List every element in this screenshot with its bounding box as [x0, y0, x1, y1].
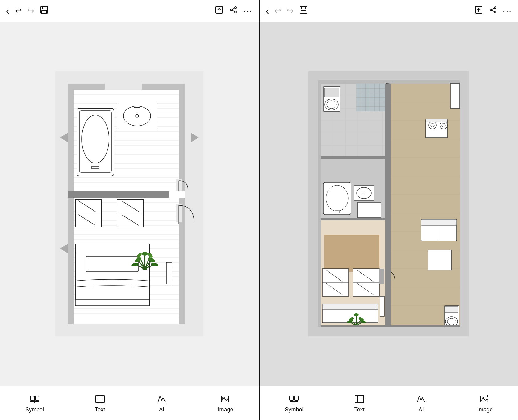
- right-bottom-bar: Symbol Text AI: [260, 386, 518, 420]
- share-button[interactable]: [229, 6, 238, 16]
- svg-point-127: [494, 7, 496, 9]
- svg-rect-184: [421, 219, 457, 225]
- right-back-button[interactable]: ‹: [266, 5, 269, 17]
- right-share-button[interactable]: [489, 6, 497, 16]
- left-toolbar: ‹ ↩ ↪ ···: [0, 0, 259, 22]
- svg-rect-229: [295, 396, 298, 400]
- svg-rect-190: [445, 307, 458, 313]
- undo-button[interactable]: ↩: [15, 6, 22, 16]
- redo-button[interactable]: ↪: [27, 6, 34, 16]
- more-button[interactable]: ···: [243, 6, 252, 16]
- svg-rect-85: [75, 244, 149, 253]
- right-symbol-label: Symbol: [285, 406, 303, 413]
- right-ai-button[interactable]: AI: [416, 393, 427, 413]
- right-panel: ‹ ↩ ↪ ···: [260, 0, 518, 420]
- svg-rect-86: [86, 256, 139, 272]
- right-canvas[interactable]: [260, 22, 518, 386]
- svg-rect-109: [35, 396, 39, 400]
- svg-point-37: [82, 115, 109, 163]
- left-bottom-bar: Symbol Text AI: [0, 386, 259, 420]
- svg-rect-210: [380, 296, 384, 316]
- svg-point-128: [490, 9, 492, 11]
- svg-rect-87: [75, 299, 149, 306]
- svg-rect-36: [92, 166, 99, 169]
- svg-rect-107: [105, 84, 142, 90]
- svg-line-131: [492, 10, 494, 12]
- svg-point-129: [494, 11, 496, 13]
- svg-rect-182: [426, 119, 447, 122]
- svg-point-189: [447, 318, 456, 325]
- right-image-button[interactable]: Image: [477, 393, 493, 413]
- right-export-button[interactable]: [474, 6, 483, 16]
- svg-point-5: [235, 7, 236, 9]
- left-panel: ‹ ↩ ↪ ···: [0, 0, 260, 420]
- right-undo-button[interactable]: ↩: [274, 6, 281, 16]
- svg-point-7: [235, 11, 236, 13]
- right-text-icon: [354, 393, 365, 405]
- right-floorplan: [308, 71, 469, 336]
- symbol-icon: [29, 393, 40, 405]
- left-canvas[interactable]: [0, 22, 259, 386]
- svg-rect-200: [324, 235, 379, 272]
- text-icon: [94, 393, 106, 405]
- svg-rect-108: [30, 396, 34, 400]
- svg-rect-212: [322, 304, 378, 310]
- right-symbol-icon: [288, 393, 299, 405]
- svg-rect-45: [68, 191, 185, 198]
- svg-rect-209: [379, 269, 384, 284]
- ai-label: AI: [159, 406, 164, 413]
- svg-rect-123: [302, 6, 305, 9]
- svg-rect-1: [42, 6, 46, 9]
- svg-point-40: [136, 114, 139, 117]
- svg-rect-198: [358, 202, 381, 218]
- right-more-button[interactable]: ···: [503, 6, 512, 16]
- svg-point-221: [354, 313, 359, 316]
- svg-rect-228: [290, 396, 293, 400]
- right-ai-icon: [416, 393, 427, 405]
- svg-rect-124: [301, 10, 306, 13]
- text-button[interactable]: Text: [94, 393, 106, 413]
- back-button[interactable]: ‹: [6, 5, 10, 17]
- image-icon: [220, 393, 231, 405]
- svg-rect-163: [390, 84, 460, 327]
- right-ai-label: AI: [419, 406, 424, 413]
- right-text-button[interactable]: Text: [354, 393, 365, 413]
- right-toolbar: ‹ ↩ ↪ ···: [260, 0, 518, 22]
- right-save-button[interactable]: [299, 6, 308, 16]
- svg-point-148: [327, 101, 336, 109]
- right-image-label: Image: [477, 406, 493, 413]
- svg-rect-103: [166, 262, 172, 284]
- svg-point-6: [230, 9, 232, 11]
- svg-rect-224: [321, 218, 386, 220]
- text-label: Text: [95, 406, 105, 413]
- left-floorplan: [55, 71, 203, 336]
- symbol-label: Symbol: [25, 406, 44, 413]
- right-text-label: Text: [354, 406, 365, 413]
- svg-rect-146: [324, 88, 339, 97]
- svg-line-9: [232, 10, 235, 12]
- svg-rect-176: [450, 84, 460, 108]
- image-button[interactable]: Image: [218, 393, 233, 413]
- svg-rect-186: [428, 250, 451, 270]
- svg-point-197: [363, 192, 365, 194]
- svg-rect-225: [321, 156, 386, 159]
- ai-icon: [156, 393, 167, 405]
- save-button[interactable]: [40, 6, 48, 16]
- svg-point-98: [142, 252, 148, 256]
- symbol-button[interactable]: Symbol: [25, 393, 44, 413]
- image-label: Image: [218, 406, 233, 413]
- right-symbol-button[interactable]: Symbol: [285, 393, 303, 413]
- svg-rect-194: [335, 211, 340, 213]
- svg-line-130: [492, 8, 494, 10]
- svg-point-193: [326, 185, 348, 211]
- right-redo-button[interactable]: ↪: [287, 6, 294, 16]
- svg-line-8: [232, 8, 235, 10]
- right-image-icon: [479, 393, 491, 405]
- export-button[interactable]: [215, 6, 223, 16]
- svg-rect-46: [169, 191, 185, 198]
- svg-rect-2: [42, 10, 47, 13]
- ai-button[interactable]: AI: [156, 393, 167, 413]
- svg-rect-227: [385, 84, 391, 327]
